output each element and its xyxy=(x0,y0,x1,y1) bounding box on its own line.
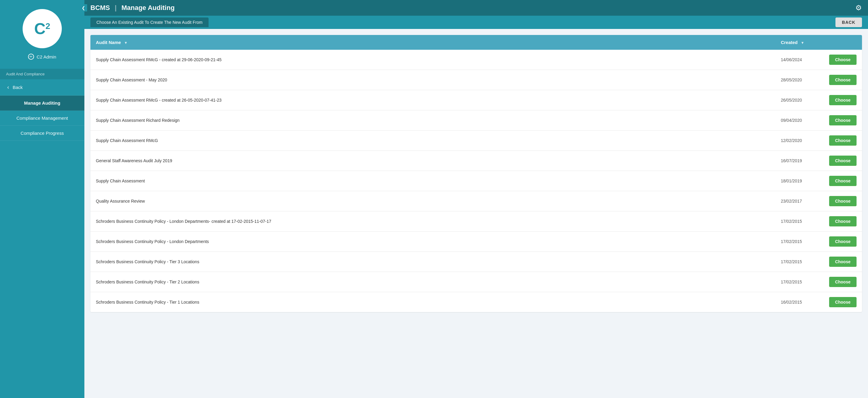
choose-button[interactable]: Choose xyxy=(829,55,857,65)
audit-table: Audit Name ▼ Created ▼ Supply Chain Asse… xyxy=(90,35,862,312)
main-content: ❮ BCMS | Manage Auditing ⚙ Choose An Exi… xyxy=(84,0,868,398)
col-audit-name[interactable]: Audit Name ▼ xyxy=(90,35,775,50)
table-row: Quality Assurance Review23/02/2017Choose xyxy=(90,191,862,211)
audit-name-cell: Quality Assurance Review xyxy=(90,191,775,211)
sub-header-tab: Choose An Existing Audit To Create The N… xyxy=(90,18,209,27)
action-cell: Choose xyxy=(824,130,862,151)
action-cell: Choose xyxy=(824,272,862,292)
action-cell: Choose xyxy=(824,151,862,171)
created-date-cell: 28/05/2020 xyxy=(775,70,824,90)
table-row: Supply Chain Assessment RMcG - created a… xyxy=(90,90,862,110)
sidebar-logo-area: C2 ✏ C2 Admin xyxy=(0,0,84,69)
table-row: General Staff Awareness Audit July 20191… xyxy=(90,151,862,171)
audit-name-cell: Supply Chain Assessment RMcG xyxy=(90,130,775,151)
top-header: BCMS | Manage Auditing ⚙ xyxy=(84,0,868,16)
choose-button[interactable]: Choose xyxy=(829,115,857,125)
table-row: Schroders Business Continuity Policy - T… xyxy=(90,272,862,292)
brand-label: BCMS xyxy=(90,4,110,12)
page-title: Manage Auditing xyxy=(121,4,175,12)
logo-circle: C2 xyxy=(23,9,62,48)
audit-name-cell: Supply Chain Assessment - May 2020 xyxy=(90,70,775,90)
audit-name-cell: Schroders Business Continuity Policy - T… xyxy=(90,272,775,292)
choose-button[interactable]: Choose xyxy=(829,277,857,287)
sidebar-section-label: Audit And Compliance xyxy=(0,69,84,79)
created-date-cell: 17/02/2015 xyxy=(775,272,824,292)
audit-name-cell: Schroders Business Continuity Policy - L… xyxy=(90,211,775,232)
sort-icon-created: ▼ xyxy=(801,41,804,45)
table-body: Supply Chain Assessment RMcG - created a… xyxy=(90,50,862,312)
created-date-cell: 12/02/2020 xyxy=(775,130,824,151)
audit-name-cell: Schroders Business Continuity Policy - T… xyxy=(90,292,775,312)
sidebar: C2 ✏ C2 Admin Audit And Compliance ‹ Bac… xyxy=(0,0,84,398)
action-cell: Choose xyxy=(824,90,862,110)
choose-button[interactable]: Choose xyxy=(829,216,857,226)
sidebar-back-label: Back xyxy=(13,85,23,90)
choose-button[interactable]: Choose xyxy=(829,196,857,206)
back-button[interactable]: BACK xyxy=(835,18,862,27)
choose-button[interactable]: Choose xyxy=(829,256,857,267)
user-label: C2 Admin xyxy=(36,54,56,59)
table-area: Audit Name ▼ Created ▼ Supply Chain Asse… xyxy=(84,29,868,398)
audit-name-cell: Supply Chain Assessment Richard Redesign xyxy=(90,110,775,130)
action-cell: Choose xyxy=(824,211,862,232)
logo-sup: 2 xyxy=(45,22,50,30)
sidebar-item-manage-auditing[interactable]: Manage Auditing xyxy=(0,96,84,111)
col-created[interactable]: Created ▼ xyxy=(775,35,824,50)
created-date-cell: 23/02/2017 xyxy=(775,191,824,211)
action-cell: Choose xyxy=(824,110,862,130)
table-row: Supply Chain Assessment - May 202028/05/… xyxy=(90,70,862,90)
table-row: Schroders Business Continuity Policy - T… xyxy=(90,292,862,312)
audit-name-cell: Supply Chain Assessment xyxy=(90,171,775,191)
action-cell: Choose xyxy=(824,70,862,90)
user-info: ✏ C2 Admin xyxy=(28,54,56,60)
created-date-cell: 26/05/2020 xyxy=(775,90,824,110)
created-date-cell: 16/07/2019 xyxy=(775,151,824,171)
action-cell: Choose xyxy=(824,171,862,191)
table-row: Schroders Business Continuity Policy - T… xyxy=(90,252,862,272)
logo-text: C2 xyxy=(34,21,50,36)
choose-button[interactable]: Choose xyxy=(829,156,857,166)
created-date-cell: 18/01/2019 xyxy=(775,171,824,191)
table-row: Supply Chain Assessment RMcG12/02/2020Ch… xyxy=(90,130,862,151)
audit-name-cell: Supply Chain Assessment RMcG - created a… xyxy=(90,50,775,70)
created-date-cell: 17/02/2015 xyxy=(775,252,824,272)
table-row: Supply Chain Assessment18/01/2019Choose xyxy=(90,171,862,191)
action-cell: Choose xyxy=(824,232,862,252)
choose-button[interactable]: Choose xyxy=(829,176,857,186)
action-cell: Choose xyxy=(824,292,862,312)
audit-name-cell: Schroders Business Continuity Policy - T… xyxy=(90,252,775,272)
action-cell: Choose xyxy=(824,191,862,211)
logo-c: C xyxy=(34,21,45,36)
audit-name-cell: Schroders Business Continuity Policy - L… xyxy=(90,232,775,252)
audit-name-cell: General Staff Awareness Audit July 2019 xyxy=(90,151,775,171)
choose-button[interactable]: Choose xyxy=(829,95,857,105)
table-row: Schroders Business Continuity Policy - L… xyxy=(90,211,862,232)
choose-button[interactable]: Choose xyxy=(829,236,857,247)
action-cell: Choose xyxy=(824,252,862,272)
gear-icon[interactable]: ⚙ xyxy=(855,4,862,12)
choose-button[interactable]: Choose xyxy=(829,75,857,85)
header-title-area: BCMS | Manage Auditing xyxy=(90,4,175,12)
sub-header: Choose An Existing Audit To Create The N… xyxy=(84,16,868,29)
sidebar-collapse-button[interactable]: ❮ xyxy=(84,4,87,11)
table-row: Schroders Business Continuity Policy - L… xyxy=(90,232,862,252)
table-header-row: Audit Name ▼ Created ▼ xyxy=(90,35,862,50)
audit-name-cell: Supply Chain Assessment RMcG - created a… xyxy=(90,90,775,110)
title-separator: | xyxy=(115,4,117,12)
table-row: Supply Chain Assessment Richard Redesign… xyxy=(90,110,862,130)
created-date-cell: 17/02/2015 xyxy=(775,232,824,252)
created-date-cell: 16/02/2015 xyxy=(775,292,824,312)
user-icon: ✏ xyxy=(28,54,34,60)
table-row: Supply Chain Assessment RMcG - created a… xyxy=(90,50,862,70)
sidebar-item-compliance-management[interactable]: Compliance Management xyxy=(0,111,84,126)
created-date-cell: 14/06/2024 xyxy=(775,50,824,70)
sidebar-back-button[interactable]: ‹ Back xyxy=(0,79,84,96)
created-date-cell: 17/02/2015 xyxy=(775,211,824,232)
back-arrow-icon: ‹ xyxy=(7,84,9,90)
col-action xyxy=(824,35,862,50)
choose-button[interactable]: Choose xyxy=(829,297,857,307)
action-cell: Choose xyxy=(824,50,862,70)
created-date-cell: 09/04/2020 xyxy=(775,110,824,130)
choose-button[interactable]: Choose xyxy=(829,135,857,146)
sidebar-item-compliance-progress[interactable]: Compliance Progress xyxy=(0,126,84,141)
